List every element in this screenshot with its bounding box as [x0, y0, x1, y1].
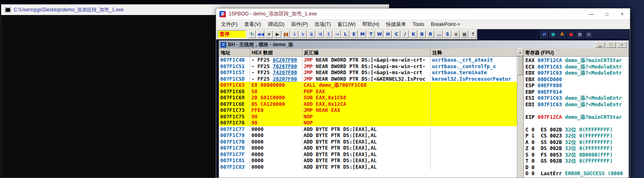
disasm-row[interactable]: 007F1C790000ADD BYTE PTR DS:[EAX],AL [219, 132, 517, 139]
cpu-minimize-button[interactable]: ▁ [595, 42, 605, 48]
help-button[interactable]: ? [469, 30, 477, 38]
minimize-button[interactable]: — [584, 9, 599, 19]
register-line[interactable]: EBP 00EFF814 [525, 89, 629, 95]
close-button[interactable]: × [614, 9, 630, 19]
disasm-row[interactable]: 007F1C6858POP EAX [219, 88, 517, 95]
step-over-button[interactable]: ↳ [299, 30, 307, 38]
run-button[interactable]: ▶ [274, 30, 281, 38]
menu-item-1[interactable]: 查看(V) [241, 20, 264, 29]
restart-button[interactable]: ↻ [248, 30, 256, 38]
plugin-swap-button[interactable]: ⇄ [540, 30, 548, 38]
plugin-assemble-button[interactable]: A [558, 30, 566, 38]
disasm-row[interactable]: 007F1C692D 681C0000SUB EAX,0x1C68 [219, 94, 517, 101]
register-line[interactable]: ESP 00EFF808 [525, 82, 629, 89]
trace-into-button[interactable]: ⇊ [308, 30, 315, 38]
pause-button[interactable]: ▮▮ [282, 30, 290, 38]
disasm-row[interactable]: 007F1C7690NOP [219, 120, 517, 126]
plugin-slot-button-1[interactable] [594, 30, 601, 38]
disasm-row[interactable]: 007F1C6E05 CA120000ADD EAX,0x12CA [219, 101, 517, 107]
cpu-titlebar[interactable]: C BH - 主线程，模块 - demo_添 ▁ □ × [219, 41, 629, 49]
patches-window-button[interactable]: / [401, 30, 409, 38]
register-line[interactable]: EDX 007F1C63 demo_添?<ModuleEntr [525, 70, 629, 76]
run-trace-button[interactable]: … [435, 30, 443, 38]
disasm-row[interactable]: 007F1C63E8 00000000CALL demo_添?007F1C68 [219, 82, 517, 88]
disasm-row[interactable]: 007F1C810000ADD BYTE PTR DS:[EAX],AL [219, 157, 517, 164]
disasm-row[interactable]: 007F1C7590NOP [219, 114, 517, 120]
address-cell: 007F1C76 [219, 120, 250, 126]
executables-window-button[interactable]: E [350, 30, 358, 38]
disasm-cell: ADD BYTE PTR DS:[EAX],AL [302, 132, 431, 139]
register-line[interactable]: EDI 007F1C63 demo_添?<ModuleEntr [525, 101, 629, 108]
register-line[interactable]: Z 0 DS 002B 32位 0(FFFFFFFF) [525, 145, 629, 152]
disasm-row[interactable]: 007F1C57- FF25 74207F00JMP NEAR DWORD PT… [219, 69, 517, 76]
register-line[interactable]: EIP 007F12CA demo_添?mainCRTStar [525, 114, 629, 120]
menu-item-0[interactable]: 文件(F) [218, 20, 241, 29]
close-program-button[interactable]: × [265, 30, 273, 38]
plugin-grid-button[interactable]: ▦ [576, 30, 584, 38]
disasm-row[interactable]: 007F1C4B- FF25 6C207F00JMP NEAR DWORD PT… [219, 57, 517, 63]
register-line[interactable]: A 0 SS 002B 32位 0(FFFFFFFF) [525, 139, 629, 146]
menu-item-6[interactable]: 帮助(H) [359, 20, 383, 29]
debugger-window: B 15PBOD - demo_添加区段_加壳_1.exe — □ × 文件(F… [216, 8, 630, 178]
disasm-cell: ADD BYTE PTR DS:[EAX],AL [302, 139, 431, 145]
disasm-row[interactable]: 007F1C770000ADD BYTE PTR DS:[EAX],AL [219, 126, 517, 133]
menu-item-2[interactable]: 调试(D) [264, 20, 288, 29]
disasm-row[interactable]: 007F1C7B0000ADD BYTE PTR DS:[EAX],AL [219, 139, 517, 145]
menu-item-3[interactable]: 插件(P) [288, 20, 311, 29]
menu-item-4[interactable]: 选项(T) [311, 20, 334, 29]
trace-over-button[interactable]: ⇉ [316, 30, 324, 38]
plugin-window-button[interactable]: ▣ [549, 30, 557, 38]
register-line[interactable]: ESI 007F1C63 demo_添?<ModuleEntr [525, 95, 629, 101]
register-line[interactable]: EAX 007F12CA demo_添?mainCRTStar [525, 57, 629, 64]
plugin-record-button[interactable]: ● [567, 30, 575, 38]
options-button[interactable]: ▦ [461, 30, 468, 38]
register-line[interactable]: O 0 LastErr ERROR_SUCCESS (0000 [525, 170, 629, 177]
register-line[interactable]: C 0 ES 002B 32位 0(FFFFFFFF) [525, 127, 629, 133]
register-line[interactable]: ECX 007F1C63 demo_添?<ModuleEntr [525, 64, 629, 70]
main-titlebar[interactable]: B 15PBOD - demo_添加区段_加壳_1.exe — □ × [216, 9, 630, 19]
appearance-button[interactable]: ≡ [452, 30, 460, 38]
cpu-maximize-button[interactable]: □ [606, 42, 616, 48]
disasm-row[interactable]: 007F1C5D- FF25 28207F00JMP NEAR DWORD PT… [219, 76, 517, 82]
windows-window-button[interactable]: W [376, 30, 383, 38]
cpu-close-button[interactable]: × [617, 42, 627, 48]
disasm-row[interactable]: 007F1C830000ADD BYTE PTR DS:[EAX],AL [219, 164, 517, 170]
disasm-row[interactable]: 007F1C7F0000ADD BYTE PTR DS:[EAX],AL [219, 151, 517, 158]
disasm-row[interactable]: 007F1C7D0000ADD BYTE PTR DS:[EAX],AL [219, 145, 517, 151]
disasm-row[interactable]: 007F1C51- FF25 70207F00JMP NEAR DWORD PT… [219, 63, 517, 70]
memory-window-button[interactable]: M [359, 30, 366, 38]
maximize-button[interactable]: □ [599, 9, 614, 19]
appearance-icon: ≡ [454, 32, 458, 37]
disasm-scrollbar[interactable] [517, 57, 523, 178]
menu-item-7[interactable]: 快捷菜单 [383, 20, 409, 29]
plugin-list-button[interactable]: ▤ [585, 30, 593, 38]
menu-item-9[interactable]: BreakPoint-> [427, 21, 463, 28]
scroll-up-button[interactable]: ▲ [517, 49, 523, 56]
source-window-button[interactable]: S [444, 30, 451, 38]
register-line[interactable]: P 1 CS 0023 32位 0(FFFFFFFF) [525, 133, 629, 139]
breakpoints-window-button[interactable]: B [418, 30, 426, 38]
call-stack-button[interactable]: K [410, 30, 417, 38]
references-window-button[interactable]: R [427, 30, 434, 38]
scrollbar-thumb[interactable] [518, 57, 523, 75]
step-back-button[interactable]: ◀◀ [257, 30, 264, 38]
plugin-slot-button-2[interactable] [603, 30, 610, 38]
cpu-window-button[interactable]: C [393, 30, 400, 38]
threads-window-button[interactable]: T [367, 30, 375, 38]
plugin-slot-button-3[interactable] [612, 30, 619, 38]
menu-item-5[interactable]: 窗口(W) [334, 20, 359, 29]
handles-window-button[interactable]: H [384, 30, 392, 38]
cpu-window-icon: C [395, 32, 398, 37]
log-window-button[interactable]: L [342, 30, 349, 38]
register-line[interactable]: T 0 GS 002B 32位 0(FFFFFFFF) [525, 158, 629, 164]
register-line[interactable]: D 0 [525, 164, 629, 171]
register-line[interactable]: EBX 00DCD000 [525, 76, 629, 83]
menu-item-8[interactable]: Tools [409, 21, 427, 28]
step-into-button[interactable]: ↓ [291, 30, 298, 38]
plugin-slot-button-4[interactable] [621, 30, 628, 38]
disasm-row[interactable]: 007F1C73FFE0JMP NEAR EAX [219, 107, 517, 114]
go-to-button[interactable]: → [333, 30, 341, 38]
trace-over-icon: ⇉ [318, 32, 322, 37]
execute-till-return-button[interactable]: ↥ [325, 30, 332, 38]
register-line[interactable]: S 0 FS 0053 32位 DD0000(FFF) [525, 152, 629, 158]
